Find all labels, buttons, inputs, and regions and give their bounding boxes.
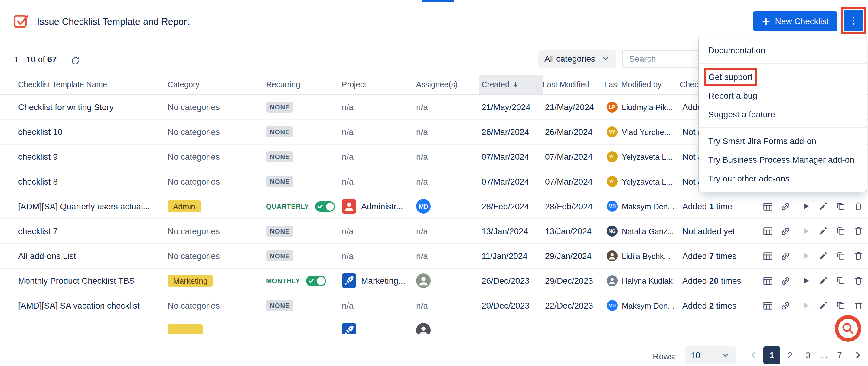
column-header-label: Assignee(s)	[416, 80, 458, 89]
edit-button[interactable]	[816, 224, 830, 238]
edit-button[interactable]	[816, 274, 830, 287]
chevron-down-icon	[601, 55, 610, 63]
help-fab-button[interactable]	[834, 314, 862, 342]
cell-last-modified: 13/Jan/2024	[545, 226, 607, 236]
project-na-text: n/a	[342, 251, 353, 261]
menu-item-try-our-other-add-ons[interactable]: Try our other add-ons	[699, 169, 867, 187]
column-header-category[interactable]: Category	[167, 75, 266, 94]
last-modified-date: 29/Dec/2023	[545, 276, 593, 285]
column-header-modified_by[interactable]: Last Modified by	[604, 75, 680, 94]
duplicate-button[interactable]	[834, 249, 847, 263]
duplicate-button[interactable]	[834, 299, 847, 312]
recurring-toggle-on[interactable]	[315, 201, 335, 211]
recurring-toggle-on[interactable]	[306, 276, 326, 286]
template-name: [ADM][SA] Quarterly users actual...	[18, 202, 156, 211]
edit-button[interactable]	[816, 249, 830, 263]
edit-button[interactable]	[816, 299, 830, 312]
template-name: All add-ons List	[18, 251, 82, 261]
new-checklist-button[interactable]: New Checklist	[753, 11, 837, 31]
column-header-name[interactable]: Checklist Template Name	[18, 75, 167, 94]
page-button-7[interactable]: 7	[831, 346, 848, 364]
column-header-assignee[interactable]: Assignee(s)	[416, 75, 482, 94]
category-filter-select[interactable]: All categories	[538, 50, 616, 68]
cell-template-name[interactable]: Monthly Product Checklist TBS	[18, 276, 167, 285]
duplicate-button[interactable]	[834, 224, 847, 238]
open-report-button[interactable]	[761, 200, 774, 213]
delete-button[interactable]	[852, 200, 865, 213]
copy-link-button[interactable]	[778, 274, 792, 287]
copy-icon	[835, 250, 846, 261]
cell-recurring: NONE	[266, 226, 342, 237]
open-report-button[interactable]	[761, 274, 774, 287]
assignee-avatar	[416, 273, 431, 288]
open-report-button[interactable]	[761, 299, 774, 312]
delete-button[interactable]	[852, 274, 865, 287]
cell-actions	[761, 249, 868, 263]
rows-per-page-select[interactable]: 10	[685, 346, 736, 364]
checklist-added-text: Added 1 time	[682, 202, 732, 211]
menu-item-report-a-bug[interactable]: Report a bug	[699, 86, 867, 105]
cell-template-name[interactable]: checklist 7	[18, 226, 167, 236]
recurring-setting: QUARTERLY	[266, 201, 335, 211]
menu-item-label: Report a bug	[708, 90, 757, 100]
copy-link-button[interactable]	[778, 224, 792, 238]
menu-item-try-smart-jira-forms-add-on[interactable]: Try Smart Jira Forms add-on	[699, 131, 867, 150]
column-header-created[interactable]: Created	[479, 75, 542, 94]
page-button-2[interactable]: 2	[781, 346, 799, 364]
column-header-recurring[interactable]: Recurring	[266, 75, 342, 94]
menu-item-label: Try Business Process Manager add-on	[708, 155, 855, 164]
run-button[interactable]	[799, 200, 812, 213]
next-page-button[interactable]	[849, 346, 866, 364]
cell-assignee: n/a	[416, 251, 482, 261]
menu-item-get-support[interactable]: Get support	[699, 67, 867, 86]
added-count: 20	[709, 276, 719, 285]
user-avatar: VY	[607, 126, 618, 137]
cell-assignee: n/a	[416, 127, 482, 137]
no-categories-text: No categories	[167, 226, 220, 236]
cell-template-name[interactable]: checklist 9	[18, 152, 167, 161]
rows-per-page-value: 10	[691, 350, 700, 360]
copy-link-button[interactable]	[778, 299, 792, 312]
refresh-button[interactable]	[68, 53, 82, 68]
user-avatar: NG	[607, 226, 618, 237]
column-header-modified[interactable]: Last Modified	[542, 75, 604, 94]
cell-recurring: NONE	[266, 126, 342, 137]
more-menu-button[interactable]	[844, 10, 863, 31]
play-icon	[800, 275, 811, 286]
copy-link-button[interactable]	[778, 249, 792, 263]
cell-template-name[interactable]: Checklist for writing Story	[18, 102, 167, 112]
template-name: Monthly Product Checklist TBS	[18, 276, 141, 285]
delete-button[interactable]	[852, 299, 865, 312]
cell-template-name[interactable]: checklist 8	[18, 177, 167, 186]
cell-created: 07/Mar/2024	[482, 177, 545, 186]
copy-icon	[835, 275, 846, 286]
run-button[interactable]	[799, 274, 812, 287]
menu-item-documentation[interactable]: Documentation	[699, 40, 867, 59]
cell-project: n/a	[342, 301, 416, 310]
menu-divider	[699, 63, 867, 63]
cell-template-name[interactable]: [AMD][SA] SA vacation checklist	[18, 301, 167, 310]
page-button-1[interactable]: 1	[763, 346, 780, 364]
cell-category: No categories	[167, 301, 266, 310]
cell-checklist-added: Added 20 times	[682, 276, 761, 285]
delete-button[interactable]	[852, 249, 865, 263]
copy-link-button[interactable]	[778, 200, 792, 213]
menu-item-suggest-a-feature[interactable]: Suggest a feature	[699, 105, 867, 123]
assignee-na-text: n/a	[416, 226, 428, 236]
edit-button[interactable]	[816, 200, 830, 213]
cell-template-name[interactable]: checklist 10	[18, 127, 167, 137]
cell-template-name[interactable]: [ADM][SA] Quarterly users actual...	[18, 202, 167, 211]
page-button-3[interactable]: 3	[800, 346, 816, 364]
delete-button[interactable]	[852, 224, 865, 238]
duplicate-button[interactable]	[834, 274, 847, 287]
duplicate-button[interactable]	[834, 200, 847, 213]
column-header-project[interactable]: Project	[342, 75, 416, 94]
open-report-button[interactable]	[761, 249, 774, 263]
table-row	[0, 318, 868, 334]
recurring-none-badge: NONE	[266, 250, 293, 261]
cell-template-name[interactable]: All add-ons List	[18, 251, 167, 261]
cell-last-modified: 22/Dec/2023	[545, 301, 607, 310]
open-report-button[interactable]	[761, 224, 774, 238]
menu-item-try-business-process-manager-add-on[interactable]: Try Business Process Manager add-on	[699, 150, 867, 169]
cell-category: No categories	[167, 226, 266, 236]
